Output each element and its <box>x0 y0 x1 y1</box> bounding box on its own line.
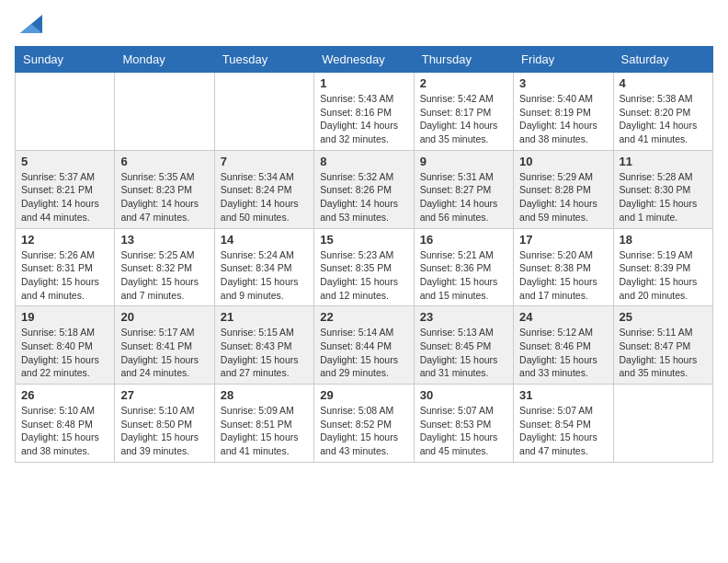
day-number: 2 <box>420 76 507 90</box>
calendar-cell: 22Sunrise: 5:14 AM Sunset: 8:44 PM Dayli… <box>314 306 414 385</box>
day-number: 24 <box>519 310 607 324</box>
day-info: Sunrise: 5:31 AM Sunset: 8:27 PM Dayligh… <box>420 170 507 224</box>
calendar-cell: 18Sunrise: 5:19 AM Sunset: 8:39 PM Dayli… <box>613 228 712 306</box>
logo <box>15 15 42 37</box>
day-number: 18 <box>620 233 707 247</box>
calendar-table: SundayMondayTuesdayWednesdayThursdayFrid… <box>15 46 713 463</box>
calendar-cell: 16Sunrise: 5:21 AM Sunset: 8:36 PM Dayli… <box>414 228 513 306</box>
day-number: 22 <box>320 310 407 324</box>
calendar-week-row: 19Sunrise: 5:18 AM Sunset: 8:40 PM Dayli… <box>16 306 713 385</box>
calendar-cell: 29Sunrise: 5:08 AM Sunset: 8:52 PM Dayli… <box>314 385 414 463</box>
day-number: 27 <box>120 388 208 402</box>
day-number: 3 <box>519 76 607 90</box>
calendar-cell: 20Sunrise: 5:17 AM Sunset: 8:41 PM Dayli… <box>115 306 214 385</box>
day-of-week-header: Saturday <box>613 47 712 73</box>
calendar-cell: 5Sunrise: 5:37 AM Sunset: 8:21 PM Daylig… <box>16 150 115 228</box>
day-of-week-header: Friday <box>514 47 613 73</box>
calendar-cell: 23Sunrise: 5:13 AM Sunset: 8:45 PM Dayli… <box>414 306 513 385</box>
day-number: 20 <box>120 310 208 324</box>
calendar-cell: 12Sunrise: 5:26 AM Sunset: 8:31 PM Dayli… <box>16 228 115 306</box>
day-info: Sunrise: 5:43 AM Sunset: 8:16 PM Dayligh… <box>320 92 407 146</box>
day-number: 30 <box>420 388 507 402</box>
day-number: 28 <box>221 388 308 402</box>
day-info: Sunrise: 5:07 AM Sunset: 8:53 PM Dayligh… <box>420 404 507 458</box>
day-number: 17 <box>519 233 607 247</box>
day-info: Sunrise: 5:34 AM Sunset: 8:24 PM Dayligh… <box>221 170 308 224</box>
day-info: Sunrise: 5:24 AM Sunset: 8:34 PM Dayligh… <box>221 248 308 303</box>
day-number: 15 <box>320 233 407 247</box>
calendar-cell <box>115 73 214 151</box>
day-number: 8 <box>320 155 407 168</box>
calendar-week-row: 26Sunrise: 5:10 AM Sunset: 8:48 PM Dayli… <box>16 385 713 463</box>
calendar-cell: 14Sunrise: 5:24 AM Sunset: 8:34 PM Dayli… <box>214 228 313 306</box>
day-info: Sunrise: 5:08 AM Sunset: 8:52 PM Dayligh… <box>320 404 407 458</box>
calendar-cell <box>214 73 313 151</box>
day-of-week-header: Thursday <box>414 47 513 73</box>
day-info: Sunrise: 5:32 AM Sunset: 8:26 PM Dayligh… <box>320 170 407 224</box>
day-info: Sunrise: 5:14 AM Sunset: 8:44 PM Dayligh… <box>320 326 407 380</box>
calendar-cell: 24Sunrise: 5:12 AM Sunset: 8:46 PM Dayli… <box>514 306 613 385</box>
day-number: 23 <box>420 310 507 324</box>
day-number: 5 <box>21 155 108 168</box>
day-info: Sunrise: 5:37 AM Sunset: 8:21 PM Dayligh… <box>21 170 108 224</box>
calendar-cell: 1Sunrise: 5:43 AM Sunset: 8:16 PM Daylig… <box>314 73 414 151</box>
day-info: Sunrise: 5:29 AM Sunset: 8:28 PM Dayligh… <box>519 170 607 224</box>
day-number: 7 <box>221 155 308 168</box>
day-number: 12 <box>21 233 108 247</box>
day-info: Sunrise: 5:11 AM Sunset: 8:47 PM Dayligh… <box>620 326 707 380</box>
day-info: Sunrise: 5:19 AM Sunset: 8:39 PM Dayligh… <box>620 248 707 303</box>
day-number: 13 <box>120 233 208 247</box>
day-info: Sunrise: 5:21 AM Sunset: 8:36 PM Dayligh… <box>420 248 507 303</box>
day-number: 21 <box>221 310 308 324</box>
day-number: 29 <box>320 388 407 402</box>
calendar-cell: 31Sunrise: 5:07 AM Sunset: 8:54 PM Dayli… <box>514 385 613 463</box>
calendar-week-row: 1Sunrise: 5:43 AM Sunset: 8:16 PM Daylig… <box>16 73 713 151</box>
day-number: 1 <box>320 76 407 90</box>
calendar-cell: 2Sunrise: 5:42 AM Sunset: 8:17 PM Daylig… <box>414 73 513 151</box>
day-info: Sunrise: 5:12 AM Sunset: 8:46 PM Dayligh… <box>519 326 607 380</box>
day-info: Sunrise: 5:40 AM Sunset: 8:19 PM Dayligh… <box>519 92 607 146</box>
day-number: 19 <box>21 310 108 324</box>
calendar-cell: 15Sunrise: 5:23 AM Sunset: 8:35 PM Dayli… <box>314 228 414 306</box>
logo-icon <box>17 11 42 37</box>
day-info: Sunrise: 5:10 AM Sunset: 8:48 PM Dayligh… <box>21 404 108 458</box>
calendar-cell: 21Sunrise: 5:15 AM Sunset: 8:43 PM Dayli… <box>214 306 313 385</box>
calendar-cell: 3Sunrise: 5:40 AM Sunset: 8:19 PM Daylig… <box>514 73 613 151</box>
page-header <box>15 15 713 37</box>
day-of-week-header: Monday <box>115 47 214 73</box>
day-info: Sunrise: 5:17 AM Sunset: 8:41 PM Dayligh… <box>120 326 208 380</box>
calendar-cell: 17Sunrise: 5:20 AM Sunset: 8:38 PM Dayli… <box>514 228 613 306</box>
calendar-cell <box>16 73 115 151</box>
calendar-cell: 4Sunrise: 5:38 AM Sunset: 8:20 PM Daylig… <box>613 73 712 151</box>
day-info: Sunrise: 5:42 AM Sunset: 8:17 PM Dayligh… <box>420 92 507 146</box>
day-info: Sunrise: 5:38 AM Sunset: 8:20 PM Dayligh… <box>620 92 707 146</box>
day-number: 4 <box>620 76 707 90</box>
calendar-cell: 27Sunrise: 5:10 AM Sunset: 8:50 PM Dayli… <box>115 385 214 463</box>
day-number: 16 <box>420 233 507 247</box>
day-number: 26 <box>21 388 108 402</box>
calendar-cell: 6Sunrise: 5:35 AM Sunset: 8:23 PM Daylig… <box>115 150 214 228</box>
day-info: Sunrise: 5:35 AM Sunset: 8:23 PM Dayligh… <box>120 170 208 224</box>
calendar-cell: 26Sunrise: 5:10 AM Sunset: 8:48 PM Dayli… <box>16 385 115 463</box>
calendar-cell: 25Sunrise: 5:11 AM Sunset: 8:47 PM Dayli… <box>613 306 712 385</box>
calendar-cell: 9Sunrise: 5:31 AM Sunset: 8:27 PM Daylig… <box>414 150 513 228</box>
calendar-cell: 30Sunrise: 5:07 AM Sunset: 8:53 PM Dayli… <box>414 385 513 463</box>
calendar-header-row: SundayMondayTuesdayWednesdayThursdayFrid… <box>16 47 713 73</box>
day-number: 9 <box>420 155 507 168</box>
day-info: Sunrise: 5:13 AM Sunset: 8:45 PM Dayligh… <box>420 326 507 380</box>
day-of-week-header: Wednesday <box>314 47 414 73</box>
day-info: Sunrise: 5:07 AM Sunset: 8:54 PM Dayligh… <box>519 404 607 458</box>
day-number: 6 <box>120 155 208 168</box>
calendar-week-row: 5Sunrise: 5:37 AM Sunset: 8:21 PM Daylig… <box>16 150 713 228</box>
day-number: 25 <box>620 310 707 324</box>
day-info: Sunrise: 5:26 AM Sunset: 8:31 PM Dayligh… <box>21 248 108 303</box>
calendar-cell <box>613 385 712 463</box>
day-info: Sunrise: 5:25 AM Sunset: 8:32 PM Dayligh… <box>120 248 208 303</box>
calendar-cell: 28Sunrise: 5:09 AM Sunset: 8:51 PM Dayli… <box>214 385 313 463</box>
day-info: Sunrise: 5:10 AM Sunset: 8:50 PM Dayligh… <box>120 404 208 458</box>
day-of-week-header: Tuesday <box>214 47 313 73</box>
day-number: 31 <box>519 388 607 402</box>
day-info: Sunrise: 5:18 AM Sunset: 8:40 PM Dayligh… <box>21 326 108 380</box>
day-info: Sunrise: 5:23 AM Sunset: 8:35 PM Dayligh… <box>320 248 407 303</box>
calendar-cell: 7Sunrise: 5:34 AM Sunset: 8:24 PM Daylig… <box>214 150 313 228</box>
